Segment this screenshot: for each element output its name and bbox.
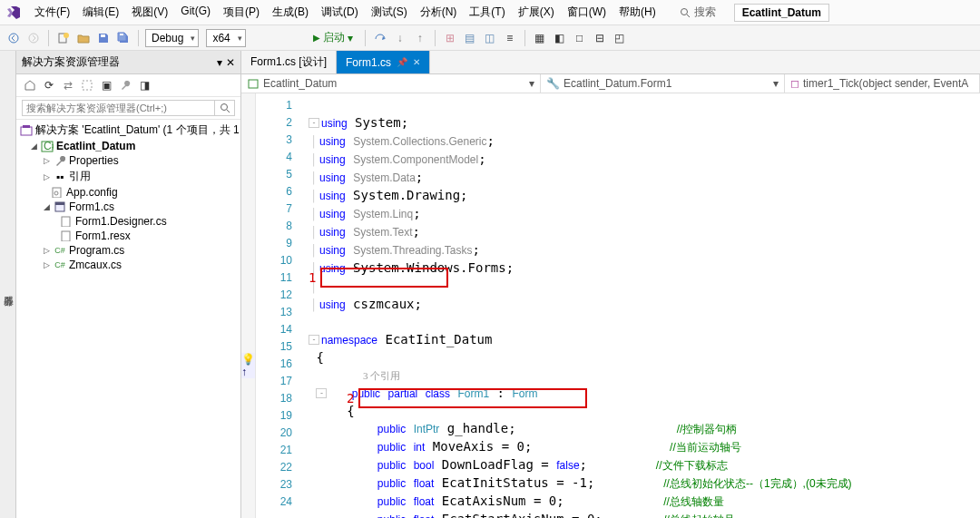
platform-combo[interactable]: x64 — [206, 29, 245, 47]
tree-program[interactable]: ▷ C# Program.cs — [16, 243, 240, 258]
tree-project[interactable]: ◢ C# Ecatlint_Datum — [16, 139, 240, 153]
nav-project-combo[interactable]: Ecatlint_Datum▾ — [241, 74, 541, 93]
expand-glyph[interactable]: ▷ — [42, 172, 51, 181]
svg-text:C#: C# — [44, 140, 54, 152]
run-button[interactable]: 启动 ▾ — [308, 28, 358, 47]
code-text[interactable]: -using System; │using System.Collections… — [299, 93, 980, 518]
tab-label: Form1.cs [设计] — [250, 54, 327, 70]
tree-appconfig[interactable]: App.config — [16, 185, 240, 200]
expand-glyph[interactable]: ▷ — [42, 156, 51, 165]
step-over-icon[interactable] — [372, 30, 388, 46]
tool-icon-3[interactable]: ◫ — [482, 30, 498, 46]
pin-icon[interactable]: ▾ — [217, 56, 222, 69]
menu-tools[interactable]: 工具(T) — [464, 2, 510, 23]
props-icon[interactable] — [117, 77, 133, 93]
nav-class-combo[interactable]: 🔧Ecatlint_Datum.Form1▾ — [541, 74, 785, 93]
step-into-icon[interactable]: ↓ — [392, 30, 408, 46]
svg-line-10 — [227, 110, 230, 112]
nav-fwd-icon[interactable] — [25, 30, 42, 46]
wrench-icon — [54, 154, 66, 167]
expand-glyph[interactable]: ▷ — [42, 246, 51, 255]
sidebar-title: 解决方案资源管理器 — [22, 54, 120, 70]
svg-rect-15 — [53, 188, 61, 198]
svg-rect-19 — [62, 217, 70, 227]
refs-icon: ▪▪ — [54, 171, 66, 183]
tool-icon-2[interactable]: ▤ — [462, 30, 478, 46]
tree-solution[interactable]: 解决方案 'Ecatlint_Datum' (1 个项目，共 1 个) — [16, 122, 240, 139]
menu-help[interactable]: 帮助(H) — [613, 2, 662, 23]
tree-form1-resx[interactable]: Form1.resx — [16, 229, 240, 243]
code-nav: Ecatlint_Datum▾ 🔧Ecatlint_Datum.Form1▾ ◻… — [241, 74, 980, 93]
save-icon[interactable] — [95, 30, 112, 46]
cs-file-icon — [60, 215, 73, 228]
collapse-icon[interactable]: ▣ — [98, 77, 114, 93]
menu-analyze[interactable]: 分析(N) — [415, 2, 463, 23]
close-panel-icon[interactable]: ✕ — [226, 56, 235, 69]
tree-form1[interactable]: ◢ Form1.cs — [16, 200, 240, 214]
margin-strip: 💡↑ — [241, 93, 256, 518]
sidebar-search-input[interactable] — [22, 100, 215, 116]
code-area[interactable]: 💡↑ 1234567891011121314151617181920212223… — [241, 93, 980, 518]
menu-edit[interactable]: 编辑(E) — [77, 2, 124, 23]
menu-extensions[interactable]: 扩展(X) — [513, 2, 560, 23]
new-item-icon[interactable] — [55, 30, 72, 46]
tree-label: Form1.resx — [75, 230, 131, 242]
pin-icon[interactable]: 📌 — [397, 57, 407, 67]
tree-label: 解决方案 'Ecatlint_Datum' (1 个项目，共 1 个) — [35, 122, 240, 138]
filter-icon[interactable]: ⇄ — [60, 77, 76, 93]
show-all-icon[interactable] — [79, 77, 95, 93]
tool-icon-7[interactable]: □ — [572, 30, 588, 46]
margin-suggestion-icon[interactable]: 💡↑ — [241, 353, 255, 378]
menu-debug[interactable]: 调试(D) — [316, 2, 364, 23]
tree: 解决方案 'Ecatlint_Datum' (1 个项目，共 1 个) ◢ C#… — [16, 120, 240, 518]
tool-icon-1[interactable]: ⊞ — [442, 30, 458, 46]
tree-form1-designer[interactable]: Form1.Designer.cs — [16, 214, 240, 229]
tree-properties[interactable]: ▷ Properties — [16, 153, 240, 168]
tree-label: Zmcaux.cs — [69, 259, 122, 271]
config-combo[interactable]: Debug — [145, 29, 199, 47]
tree-zmcaux[interactable]: ▷ C# Zmcaux.cs — [16, 258, 240, 272]
collapse-glyph[interactable]: ◢ — [29, 142, 38, 151]
sidebar-search-button[interactable] — [215, 100, 235, 116]
preview-icon[interactable]: ◨ — [136, 77, 152, 93]
tab-form1-design[interactable]: Form1.cs [设计] — [241, 51, 337, 73]
sync-icon[interactable]: ⟳ — [41, 77, 57, 93]
nav-member-combo[interactable]: ◻timer1_Tick(object sender, EventA — [785, 74, 980, 93]
svg-rect-20 — [62, 231, 70, 241]
tree-label: Form1.cs — [69, 200, 114, 213]
solution-icon — [20, 124, 33, 137]
vs-logo-icon — [5, 5, 22, 21]
left-dock-tab[interactable]: 服务器 — [0, 51, 16, 518]
menu-test[interactable]: 测试(S) — [366, 2, 413, 23]
tool-icon-9[interactable]: ◰ — [612, 30, 628, 46]
cs-file-icon: C# — [54, 259, 66, 271]
form-icon — [54, 200, 66, 213]
tool-icon-5[interactable]: ▦ — [532, 30, 548, 46]
tool-icon-8[interactable]: ⊟ — [592, 30, 608, 46]
close-icon[interactable]: ✕ — [413, 57, 420, 67]
code-lens[interactable]: 3 个引用 — [309, 370, 400, 381]
menubar: 文件(F) 编辑(E) 视图(V) Git(G) 项目(P) 生成(B) 调试(… — [29, 2, 662, 23]
tree-references[interactable]: ▷ ▪▪ 引用 — [16, 168, 240, 185]
sidebar-toolbar: ⟳ ⇄ ▣ ◨ — [16, 74, 240, 97]
open-item-icon[interactable] — [75, 30, 92, 46]
menu-build[interactable]: 生成(B) — [267, 2, 314, 23]
svg-line-1 — [687, 15, 690, 17]
title-search[interactable]: 搜索 — [680, 5, 716, 20]
tool-icon-6[interactable]: ◧ — [552, 30, 568, 46]
tool-icon-4[interactable]: ≡ — [502, 30, 518, 46]
menu-project[interactable]: 项目(P) — [218, 2, 265, 23]
home-icon[interactable] — [22, 77, 38, 93]
expand-glyph[interactable]: ▷ — [42, 260, 51, 269]
step-out-icon[interactable]: ↑ — [412, 30, 428, 46]
menu-git[interactable]: Git(G) — [175, 2, 216, 23]
menu-window[interactable]: 窗口(W) — [562, 2, 612, 23]
tab-form1-code[interactable]: Form1.cs 📌 ✕ — [337, 51, 430, 73]
title-project: Ecatlint_Datum — [734, 4, 829, 22]
collapse-glyph[interactable]: ◢ — [42, 202, 51, 211]
nav-back-icon[interactable] — [5, 30, 22, 46]
menu-file[interactable]: 文件(F) — [29, 2, 75, 23]
svg-point-0 — [681, 8, 687, 15]
save-all-icon[interactable] — [115, 30, 132, 46]
menu-view[interactable]: 视图(V) — [126, 2, 173, 23]
